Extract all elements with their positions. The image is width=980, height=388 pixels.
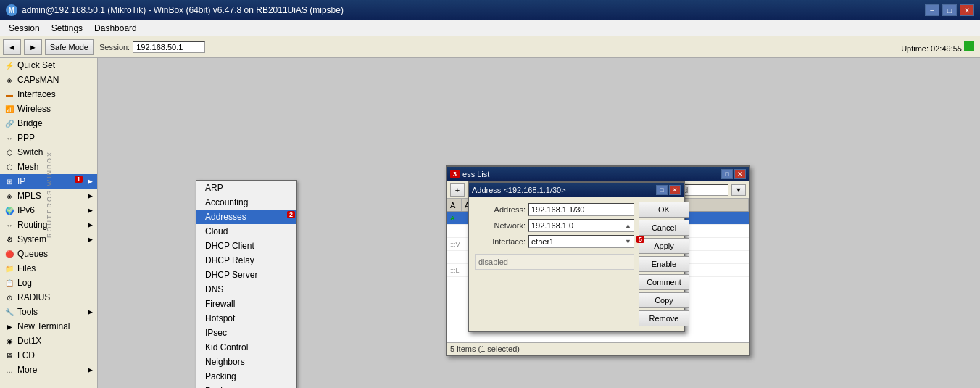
ip-submenu-ipsec[interactable]: IPsec — [196, 326, 296, 340]
sidebar-item-new-terminal[interactable]: ▶ New Terminal — [0, 319, 97, 334]
address-dialog-restore-btn[interactable]: □ — [656, 185, 668, 195]
routing-arrow-icon: ▶ — [88, 221, 93, 228]
sidebar-item-lcd[interactable]: 🖥 LCD — [0, 348, 97, 363]
sidebar-item-radius[interactable]: ⊙ RADIUS — [0, 290, 97, 305]
address-list-minimize-btn[interactable]: □ — [721, 169, 733, 179]
network-field-row: Network: 192.168.1.0 ▲ — [475, 219, 634, 232]
badge-1: 1 — [75, 176, 83, 183]
sidebar-item-bridge[interactable]: 🔗 Bridge — [0, 116, 97, 131]
mpls-arrow-icon: ▶ — [88, 192, 93, 199]
sidebar-item-dot1x[interactable]: ◉ Dot1X — [0, 334, 97, 348]
ip-submenu-cloud[interactable]: Cloud — [196, 224, 296, 239]
ip-submenu-kid-control[interactable]: Kid Control — [196, 340, 296, 355]
apply-button[interactable]: Apply 5 — [639, 238, 689, 254]
forward-button[interactable]: ► — [24, 39, 42, 55]
sidebar-label-quick-set: Quick Set — [17, 60, 55, 70]
sidebar-label-tools: Tools — [17, 307, 38, 317]
safe-mode-button[interactable]: Safe Mode — [45, 39, 94, 55]
ip-submenu-addresses[interactable]: Addresses 2 — [196, 210, 296, 224]
system-arrow-icon: ▶ — [88, 236, 93, 243]
ip-submenu-dhcp-server[interactable]: DHCP Server — [196, 268, 296, 282]
cancel-button[interactable]: Cancel — [639, 220, 689, 236]
sidebar-label-bridge: Bridge — [17, 118, 43, 128]
menu-settings[interactable]: Settings — [46, 22, 88, 35]
copy-button[interactable]: Copy — [639, 292, 689, 308]
sidebar-item-more[interactable]: … More ▶ — [0, 363, 97, 377]
badge-2: 2 — [287, 211, 295, 218]
routing-icon: ↔ — [4, 220, 14, 230]
sidebar-label-lcd: LCD — [17, 350, 35, 360]
sidebar-item-wireless[interactable]: 📶 Wireless — [0, 102, 97, 116]
sidebar-label-system: System — [17, 234, 46, 244]
address-dialog-close-btn[interactable]: ✕ — [669, 185, 681, 195]
sidebar-item-files[interactable]: 📁 Files — [0, 261, 97, 276]
sidebar-item-capsman[interactable]: ◈ CAPsMAN — [0, 73, 97, 87]
menu-session[interactable]: Session — [3, 22, 46, 35]
address-field-label: Address: — [475, 205, 526, 214]
sidebar-item-ip[interactable]: ⊞ IP ▶ 1 — [0, 174, 97, 189]
address-list-status: 5 items (1 selected) — [447, 342, 749, 355]
tools-arrow-icon: ▶ — [88, 308, 93, 315]
session-value: 192.168.50.1 — [133, 41, 205, 53]
sidebar: ⚡ Quick Set ◈ CAPsMAN ▬ Interfaces 📶 Wir… — [0, 58, 98, 388]
remove-button[interactable]: Remove — [639, 310, 689, 326]
sidebar-item-mpls[interactable]: ◈ MPLS ▶ — [0, 189, 97, 203]
sidebar-label-switch: Switch — [17, 147, 43, 157]
sidebar-item-quick-set[interactable]: ⚡ Quick Set — [0, 58, 97, 73]
ip-submenu-accounting[interactable]: Accounting — [196, 195, 296, 210]
address-dialog-form: Address: Network: 192.168.1.0 ▲ Interfac… — [469, 197, 637, 331]
sidebar-item-ppp[interactable]: ↔ PPP — [0, 131, 97, 145]
window-title: admin@192.168.50.1 (MikroTik) - WinBox (… — [22, 5, 344, 15]
enable-button[interactable]: Enable — [639, 256, 689, 272]
interface-dropdown-icon: ▼ — [625, 238, 631, 245]
interface-select[interactable]: ether1 ▼ — [528, 235, 634, 248]
search-dropdown-btn[interactable]: ▼ — [731, 184, 746, 196]
minimize-button[interactable]: − — [925, 4, 939, 16]
close-button[interactable]: ✕ — [960, 4, 974, 16]
sidebar-label-mpls: MPLS — [17, 191, 41, 201]
ip-submenu-neighbors[interactable]: Neighbors — [196, 355, 296, 369]
ip-submenu-packing[interactable]: Packing — [196, 369, 296, 384]
sidebar-item-tools[interactable]: 🔧 Tools ▶ — [0, 305, 97, 319]
title-bar: M admin@192.168.50.1 (MikroTik) - WinBox… — [0, 0, 980, 20]
lcd-icon: 🖥 — [4, 350, 14, 360]
sidebar-label-mesh: Mesh — [17, 162, 38, 172]
comment-button[interactable]: Comment — [639, 274, 689, 290]
sidebar-label-capsman: CAPsMAN — [17, 75, 59, 85]
sidebar-item-queues[interactable]: 🔴 Queues — [0, 247, 97, 261]
address-list-title-bar: 3 ess List □ ✕ — [447, 167, 749, 181]
ipv6-icon: 🌍 — [4, 205, 14, 215]
maximize-button[interactable]: □ — [942, 4, 957, 16]
ip-submenu-hotspot[interactable]: Hotspot — [196, 311, 296, 326]
address-dialog-content: Address: Network: 192.168.1.0 ▲ Interfac… — [469, 197, 684, 331]
sidebar-item-routing[interactable]: ↔ Routing ▶ — [0, 218, 97, 232]
row-indicator-2: :::V — [450, 241, 459, 248]
sidebar-item-log[interactable]: 📋 Log — [0, 276, 97, 290]
disabled-label: disabled — [478, 257, 508, 266]
address-dialog: Address <192.168.1.1/30> □ ✕ Address: Ne… — [468, 181, 685, 332]
sidebar-item-switch[interactable]: ⬡ Switch — [0, 145, 97, 160]
ip-submenu-pool[interactable]: Pool — [196, 384, 296, 388]
ip-submenu-dhcp-client[interactable]: DHCP Client — [196, 239, 296, 253]
sidebar-item-interfaces[interactable]: ▬ Interfaces — [0, 87, 97, 102]
address-dialog-buttons: OK Cancel Apply 5 Enable Comment Copy Re… — [637, 197, 694, 331]
add-button[interactable]: + — [450, 183, 465, 197]
ip-submenu-firewall[interactable]: Firewall — [196, 297, 296, 311]
interface-field-label: Interface: — [475, 237, 526, 246]
queues-icon: 🔴 — [4, 249, 14, 259]
ip-submenu-dns[interactable]: DNS — [196, 282, 296, 297]
ip-submenu-dhcp-relay[interactable]: DHCP Relay — [196, 253, 296, 268]
interfaces-icon: ▬ — [4, 89, 14, 99]
sidebar-item-ipv6[interactable]: 🌍 IPv6 ▶ — [0, 203, 97, 218]
sidebar-label-ip: IP — [17, 176, 25, 186]
row-indicator-0: A — [450, 215, 459, 222]
menu-dashboard[interactable]: Dashboard — [88, 22, 143, 35]
ip-submenu-arp[interactable]: ARP — [196, 181, 296, 195]
address-field-input[interactable] — [528, 203, 634, 216]
sidebar-item-mesh[interactable]: ⬡ Mesh — [0, 160, 97, 174]
network-field[interactable]: 192.168.1.0 ▲ — [528, 219, 634, 232]
ok-button[interactable]: OK — [639, 202, 689, 218]
back-button[interactable]: ◄ — [3, 39, 21, 55]
address-list-close-btn[interactable]: ✕ — [734, 169, 746, 179]
sidebar-item-system[interactable]: ⚙ System ▶ — [0, 232, 97, 247]
